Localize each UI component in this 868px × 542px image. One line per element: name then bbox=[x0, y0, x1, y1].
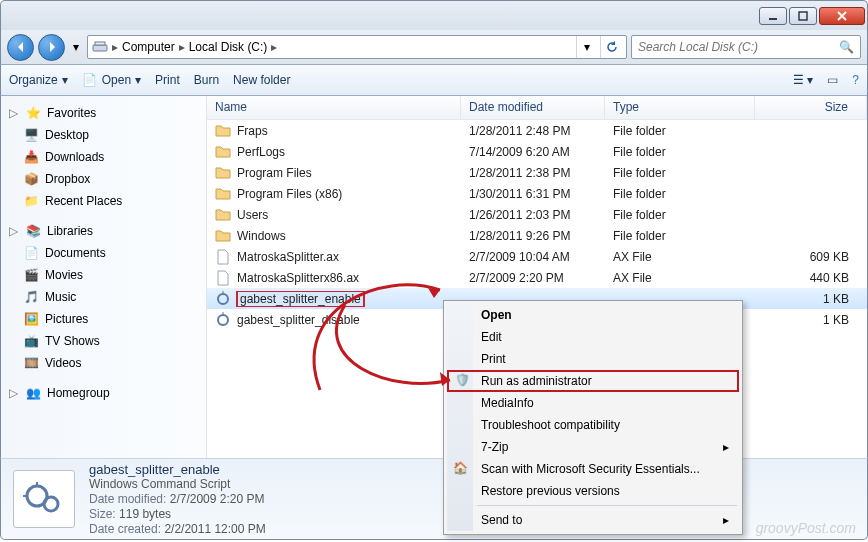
ctx-open[interactable]: Open bbox=[447, 304, 739, 326]
file-row[interactable]: Users1/26/2011 2:03 PMFile folder bbox=[207, 204, 867, 225]
file-row[interactable]: Program Files1/28/2011 2:38 PMFile folde… bbox=[207, 162, 867, 183]
file-date: 1/28/2011 9:26 PM bbox=[461, 229, 605, 243]
file-row[interactable]: Windows1/28/2011 9:26 PMFile folder bbox=[207, 225, 867, 246]
svg-point-4 bbox=[218, 294, 228, 304]
address-bar[interactable]: ▸ Computer ▸ Local Disk (C:) ▸ ▾ bbox=[87, 35, 627, 59]
ctx-7zip[interactable]: 7-Zip▸ bbox=[447, 436, 739, 458]
file-icon bbox=[215, 165, 231, 181]
homegroup-icon: 👥 bbox=[25, 385, 41, 401]
column-headers: Name Date modified Type Size bbox=[207, 96, 867, 120]
videos-icon: 🎞️ bbox=[23, 355, 39, 371]
new-folder-button[interactable]: New folder bbox=[233, 73, 290, 87]
file-row[interactable]: PerfLogs7/14/2009 6:20 AMFile folder bbox=[207, 141, 867, 162]
ctx-print[interactable]: Print bbox=[447, 348, 739, 370]
address-dropdown[interactable]: ▾ bbox=[576, 36, 596, 58]
nav-videos[interactable]: 🎞️Videos bbox=[1, 352, 206, 374]
nav-movies[interactable]: 🎬Movies bbox=[1, 264, 206, 286]
search-box[interactable]: 🔍 bbox=[631, 35, 861, 59]
file-type: AX File bbox=[605, 271, 755, 285]
nav-documents[interactable]: 📄Documents bbox=[1, 242, 206, 264]
view-button[interactable]: ☰ ▾ bbox=[793, 73, 813, 87]
col-type[interactable]: Type bbox=[605, 96, 755, 119]
open-button[interactable]: 📄Open ▾ bbox=[82, 72, 141, 88]
file-row[interactable]: Program Files (x86)1/30/2011 6:31 PMFile… bbox=[207, 183, 867, 204]
ctx-scan[interactable]: 🏠Scan with Microsoft Security Essentials… bbox=[447, 458, 739, 480]
file-row[interactable]: MatroskaSplitter.ax2/7/2009 10:04 AMAX F… bbox=[207, 246, 867, 267]
file-row[interactable]: MatroskaSplitterx86.ax2/7/2009 2:20 PMAX… bbox=[207, 267, 867, 288]
nav-homegroup[interactable]: ▷👥Homegroup bbox=[1, 382, 206, 404]
refresh-button[interactable] bbox=[600, 36, 622, 58]
file-date: 1/28/2011 2:38 PM bbox=[461, 166, 605, 180]
ctx-sendto[interactable]: Send to▸ bbox=[447, 509, 739, 531]
preview-pane-button[interactable]: ▭ bbox=[827, 73, 838, 87]
forward-button[interactable] bbox=[38, 34, 65, 61]
nav-row: ▾ ▸ Computer ▸ Local Disk (C:) ▸ ▾ 🔍 bbox=[0, 30, 868, 64]
file-name: PerfLogs bbox=[237, 145, 285, 159]
file-type: File folder bbox=[605, 166, 755, 180]
file-icon bbox=[215, 144, 231, 160]
breadcrumb-sep[interactable]: ▸ bbox=[271, 40, 277, 54]
star-icon: ⭐ bbox=[25, 105, 41, 121]
file-date: 1/28/2011 2:48 PM bbox=[461, 124, 605, 138]
col-date[interactable]: Date modified bbox=[461, 96, 605, 119]
breadcrumb-computer[interactable]: Computer bbox=[122, 40, 175, 54]
file-icon bbox=[215, 186, 231, 202]
details-created-value: 2/2/2011 12:00 PM bbox=[164, 522, 265, 536]
file-size: 609 KB bbox=[755, 250, 867, 264]
file-date: 2/7/2009 10:04 AM bbox=[461, 250, 605, 264]
close-button[interactable] bbox=[819, 7, 865, 25]
ctx-mediainfo[interactable]: MediaInfo bbox=[447, 392, 739, 414]
nav-libraries[interactable]: ▷📚Libraries bbox=[1, 220, 206, 242]
organize-button[interactable]: Organize ▾ bbox=[9, 73, 68, 87]
svg-rect-0 bbox=[769, 18, 777, 20]
col-size[interactable]: Size bbox=[755, 96, 867, 119]
ctx-edit[interactable]: Edit bbox=[447, 326, 739, 348]
breadcrumb-drive[interactable]: Local Disk (C:) bbox=[189, 40, 268, 54]
breadcrumb-sep[interactable]: ▸ bbox=[179, 40, 185, 54]
file-icon bbox=[215, 207, 231, 223]
music-icon: 🎵 bbox=[23, 289, 39, 305]
nav-recent[interactable]: 📁Recent Places bbox=[1, 190, 206, 212]
nav-pane[interactable]: ▷⭐Favorites 🖥️Desktop 📥Downloads 📦Dropbo… bbox=[1, 96, 207, 458]
file-date: 7/14/2009 6:20 AM bbox=[461, 145, 605, 159]
file-name: gabest_splitter_disable bbox=[237, 313, 360, 327]
nav-music[interactable]: 🎵Music bbox=[1, 286, 206, 308]
shield-icon: 🛡️ bbox=[455, 373, 471, 389]
print-button[interactable]: Print bbox=[155, 73, 180, 87]
ctx-run-as-admin[interactable]: 🛡️Run as administrator bbox=[447, 370, 739, 392]
details-size-label: Size: bbox=[89, 507, 116, 521]
file-type: AX File bbox=[605, 250, 755, 264]
details-thumb bbox=[13, 470, 75, 528]
file-name: gabest_splitter_enable bbox=[237, 291, 364, 307]
tvshows-icon: 📺 bbox=[23, 333, 39, 349]
open-icon: 📄 bbox=[82, 72, 98, 88]
nav-desktop[interactable]: 🖥️Desktop bbox=[1, 124, 206, 146]
nav-pictures[interactable]: 🖼️Pictures bbox=[1, 308, 206, 330]
nav-history-dropdown[interactable]: ▾ bbox=[69, 35, 83, 59]
col-name[interactable]: Name bbox=[207, 96, 461, 119]
file-name: Fraps bbox=[237, 124, 268, 138]
file-row[interactable]: Fraps1/28/2011 2:48 PMFile folder bbox=[207, 120, 867, 141]
nav-dropbox[interactable]: 📦Dropbox bbox=[1, 168, 206, 190]
ctx-restore[interactable]: Restore previous versions bbox=[447, 480, 739, 502]
nav-favorites[interactable]: ▷⭐Favorites bbox=[1, 102, 206, 124]
search-input[interactable] bbox=[638, 40, 839, 54]
burn-button[interactable]: Burn bbox=[194, 73, 219, 87]
help-button[interactable]: ? bbox=[852, 73, 859, 87]
maximize-button[interactable] bbox=[789, 7, 817, 25]
back-button[interactable] bbox=[7, 34, 34, 61]
documents-icon: 📄 bbox=[23, 245, 39, 261]
svg-rect-3 bbox=[95, 42, 105, 45]
file-date: 2/7/2009 2:20 PM bbox=[461, 271, 605, 285]
breadcrumb-sep[interactable]: ▸ bbox=[112, 40, 118, 54]
libraries-icon: 📚 bbox=[25, 223, 41, 239]
ctx-troubleshoot[interactable]: Troubleshoot compatibility bbox=[447, 414, 739, 436]
nav-downloads[interactable]: 📥Downloads bbox=[1, 146, 206, 168]
minimize-button[interactable] bbox=[759, 7, 787, 25]
file-icon bbox=[215, 123, 231, 139]
file-icon bbox=[215, 312, 231, 328]
details-subtitle: Windows Command Script bbox=[89, 477, 266, 491]
nav-tvshows[interactable]: 📺TV Shows bbox=[1, 330, 206, 352]
mse-icon: 🏠 bbox=[453, 461, 469, 477]
recent-icon: 📁 bbox=[23, 193, 39, 209]
